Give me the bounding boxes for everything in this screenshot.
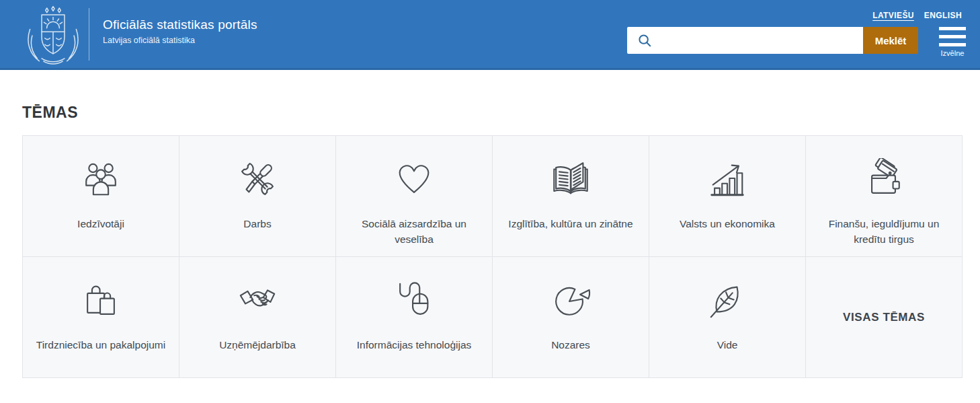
open-book-icon [550,158,591,200]
topic-label: Finanšu, ieguldījumu un kredītu tirgus [806,216,962,248]
tools-icon [237,158,278,200]
handshake-icon [237,279,278,321]
language-switcher: LATVIEŠU ENGLISH [872,11,962,20]
shopping-bags-icon [80,279,122,321]
main-content: TĒMAS Iedzīvotāji [0,104,980,378]
topic-tile-sociala-aizsardziba-un-veseliba[interactable]: Sociālā aizsardzība un veselība [336,136,493,257]
search-box: Meklēt [627,27,918,54]
menu-button[interactable]: Izvēlne [939,27,966,57]
hamburger-icon [939,27,966,46]
topic-label: Tirdzniecība un pakalpojumi [30,337,172,353]
topic-label: Nozares [544,337,597,353]
topic-label: Valsts un ekonomika [673,216,782,231]
topic-tile-darbs[interactable]: Darbs [179,136,336,257]
wallet-icon [863,158,905,200]
topic-label: Sociālā aizsardzība un veselība [336,216,492,248]
header-titles: Oficiālās statistikas portāls Latvijas o… [103,17,257,45]
topic-tile-nozares[interactable]: Nozares [493,257,649,378]
menu-label: Izvēlne [941,49,965,57]
site-header: Oficiālās statistikas portāls Latvijas o… [0,0,980,70]
topic-label: Uzņēmējdarbība [212,337,302,353]
language-link-english[interactable]: ENGLISH [924,11,962,20]
topic-label: Izglītība, kultūra un zinātne [501,216,639,231]
latvia-coat-of-arms-logo[interactable] [20,5,86,67]
topic-tile-vide[interactable]: Vide [649,257,806,378]
topic-tile-tirdznieciba-un-pakalpojumi[interactable]: Tirdzniecība un pakalpojumi [23,257,179,378]
people-icon [80,158,122,200]
computer-mouse-icon [393,279,435,321]
site-title[interactable]: Oficiālās statistikas portāls [103,17,257,32]
topic-tile-izglitiba-kultura-un-zinatne[interactable]: Izglītība, kultūra un zinātne [493,136,649,257]
heart-icon [393,158,435,200]
topic-tile-informacijas-tehnologijas[interactable]: Informācijas tehnoloģijas [336,257,493,378]
all-topics-label: VISAS TĒMAS [836,309,932,326]
all-topics-tile[interactable]: VISAS TĒMAS [806,257,963,378]
topic-tile-iedzivotaji[interactable]: Iedzīvotāji [23,136,179,257]
search-row: Meklēt Izvēlne [627,27,966,57]
topic-tile-uznemejdarbiba[interactable]: Uzņēmējdarbība [179,257,336,378]
topic-tile-finansu-ieguldijumu-un-kreditu-tirgus[interactable]: Finanšu, ieguldījumu un kredītu tirgus [806,136,963,257]
site-subtitle: Latvijas oficiālā statistika [103,36,257,45]
header-left: Oficiālās statistikas portāls Latvijas o… [0,0,257,68]
topic-label: Informācijas tehnoloģijas [350,337,479,353]
header-divider [89,8,89,61]
topic-label: Iedzīvotāji [71,216,131,231]
language-link-latvian[interactable]: LATVIEŠU [872,11,914,20]
pie-chart-icon [550,279,591,321]
topic-label: Vide [710,337,745,353]
search-button[interactable]: Meklēt [863,27,918,54]
topics-grid: Iedzīvotāji Darbs [22,135,963,378]
topic-label: Darbs [237,216,278,231]
page-title: TĒMAS [22,104,963,122]
bar-chart-growth-icon [706,158,748,200]
topic-tile-valsts-un-ekonomika[interactable]: Valsts un ekonomika [649,136,806,257]
search-input[interactable] [627,27,863,54]
header-right: LATVIEŠU ENGLISH Meklēt Izvēlne [627,0,980,68]
leaf-icon [706,279,748,321]
